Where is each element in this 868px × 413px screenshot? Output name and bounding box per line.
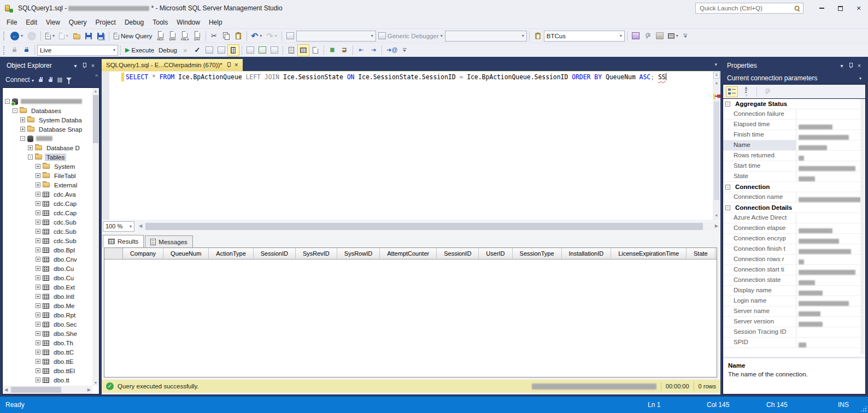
group-expander[interactable]: - [725, 185, 730, 190]
column-header-actiontype[interactable]: ActionType [209, 248, 253, 259]
new-dmx-query-button[interactable]: DMX [167, 30, 179, 42]
tree-item-dbo-tt[interactable]: +dbo.tt [3, 375, 92, 385]
property-row-state[interactable]: State [723, 172, 860, 182]
add-item-button[interactable]: ▾ [57, 30, 71, 42]
new-query-button[interactable]: New Query [112, 30, 155, 42]
property-row-connection-elapse[interactable]: Connection elapse [723, 223, 860, 234]
tree-expander[interactable]: - [5, 99, 10, 104]
tree-expander[interactable]: + [36, 173, 40, 178]
property-row-connection-encryp[interactable]: Connection encryp [723, 234, 860, 244]
results-to-grid-button[interactable] [297, 44, 309, 56]
results-grid[interactable]: CompanyQueueNumActionTypeSessionIDSysRev… [104, 247, 717, 377]
property-row-name[interactable]: Name [723, 140, 860, 151]
tree-expander[interactable]: + [36, 164, 40, 169]
maximize-button[interactable] [831, 0, 849, 16]
tree-item-dbo-cu[interactable]: +dbo.Cu [3, 264, 92, 273]
save-all-button[interactable] [95, 30, 107, 42]
navigate-forward-button[interactable]: → [25, 30, 38, 42]
quick-launch-input[interactable]: Quick Launch (Ctrl+Q) [695, 3, 804, 14]
tree-item-dbo-cu[interactable]: +dbo.Cu [3, 273, 92, 282]
tree-item-cdc-cap[interactable]: +cdc.Cap [3, 208, 92, 217]
tree-expander[interactable]: + [36, 377, 40, 382]
tree-item-database-d[interactable]: +Database D [3, 143, 92, 152]
property-row-server-version[interactable]: Server version [723, 317, 860, 327]
property-group-aggregate-status[interactable]: -Aggregate Status [723, 99, 860, 109]
toolbar-overflow-button[interactable] [682, 34, 689, 38]
property-row-connection-name[interactable]: Connection name [723, 192, 860, 203]
pin-tab-icon[interactable] [226, 62, 231, 68]
increase-indent-button[interactable]: ⇥ [367, 44, 379, 56]
tree-expander[interactable]: + [36, 303, 40, 308]
menu-query[interactable]: Query [64, 17, 91, 28]
property-row-connection-start-ti[interactable]: Connection start ti [723, 265, 860, 275]
stop-icon[interactable] [57, 78, 62, 82]
column-header-company[interactable]: Company [123, 248, 163, 259]
connect-button[interactable] [8, 44, 20, 56]
tree-expander[interactable]: + [36, 340, 40, 345]
new-project-button[interactable]: ▾ [43, 30, 57, 42]
menu-window[interactable]: Window [172, 17, 204, 28]
column-header-expireson[interactable]: ExpiresOn [715, 248, 717, 259]
live-query-stats-button[interactable] [256, 44, 268, 56]
tree-expander[interactable]: - [28, 155, 33, 160]
tools-button[interactable] [642, 30, 654, 42]
menu-debug[interactable]: Debug [120, 17, 148, 28]
menu-project[interactable]: Project [91, 17, 120, 28]
object-explorer-header[interactable]: Object Explorer ▾ × [2, 59, 99, 72]
new-dax-query-button[interactable]: DAX [191, 30, 203, 42]
menu-view[interactable]: View [42, 17, 64, 28]
pin-button[interactable] [846, 61, 855, 70]
properties-object-selector[interactable]: Current connection parameters ▾ [723, 72, 866, 84]
tree-item-dbo-tte[interactable]: +dbo.ttE [3, 357, 92, 366]
toolbar-grip[interactable] [3, 32, 5, 40]
tree-horizontal-scrollbar[interactable]: ◀ ▶ [3, 386, 92, 394]
tree-item-dbo-bpl[interactable]: +dbo.Bpl [3, 245, 92, 255]
navigate-back-button[interactable]: ←▾ [8, 30, 25, 42]
group-expander[interactable]: - [725, 205, 730, 210]
include-actual-plan-button[interactable] [244, 44, 256, 56]
tree-item[interactable]: - [3, 97, 92, 106]
property-row-login-name[interactable]: Login name [723, 296, 860, 306]
tree-expander[interactable]: + [36, 238, 40, 243]
results-to-file-button[interactable] [309, 44, 321, 56]
document-tab-sqlquery1[interactable]: SQLQuery1.sql - E...CO\erpadmin (670))* … [102, 59, 243, 71]
tree-expander[interactable]: + [36, 247, 40, 252]
template-parameters-button[interactable]: ➔@ [384, 44, 400, 56]
intellisense-enabled-button[interactable] [227, 44, 239, 56]
paste-button[interactable] [232, 30, 244, 42]
tab-results[interactable]: Results [103, 235, 144, 247]
column-header-userid[interactable]: UserID [479, 248, 512, 259]
connect-dropdown[interactable]: Connect ▾ [5, 76, 34, 84]
menu-file[interactable]: File [2, 17, 21, 28]
open-file-button[interactable] [71, 30, 83, 42]
tree-vertical-scrollbar[interactable]: ▲ ▼ [92, 88, 99, 386]
property-row-finish-time[interactable]: Finish time [723, 130, 860, 140]
tree-item[interactable]: - [3, 134, 92, 143]
debug-button[interactable]: Debug [156, 44, 179, 56]
tree-expander[interactable]: + [20, 117, 25, 122]
tree-item-cdc-ava[interactable]: +cdc.Ava [3, 190, 92, 199]
tree-item-cdc-sub[interactable]: +cdc.Sub [3, 227, 92, 236]
column-header-installationid[interactable]: InstallationID [562, 248, 612, 259]
tree-item-cdc-sub[interactable]: +cdc.Sub [3, 217, 92, 227]
execute-button[interactable]: ▶Execute [123, 44, 156, 56]
tree-expander[interactable]: - [13, 108, 17, 113]
column-header-licenseexpirationtime[interactable]: LicenseExpirationTime [611, 248, 687, 259]
property-row-spid[interactable]: SPID [723, 338, 860, 348]
debug-target-combo[interactable]: ▾ [445, 31, 527, 42]
menu-edit[interactable]: Edit [21, 17, 42, 28]
column-header-sysrowid[interactable]: SysRowID [337, 248, 380, 259]
database-search-combo[interactable]: BTCus▾ [544, 31, 625, 42]
toolbar-grip[interactable] [3, 46, 5, 55]
panel-menu-button[interactable]: ▾ [837, 61, 846, 70]
tree-expander[interactable]: + [20, 127, 25, 132]
property-pages-button[interactable] [761, 86, 773, 97]
redo-button[interactable]: ↷▾ [264, 30, 279, 42]
editor-horizontal-scrollbar[interactable]: ◀ ▶ [138, 222, 719, 231]
copy-button[interactable] [220, 30, 232, 42]
decrease-indent-button[interactable]: ⇤ [355, 44, 367, 56]
tree-expander[interactable]: + [36, 275, 40, 280]
tree-expander[interactable]: + [28, 145, 33, 150]
activity-monitor-button[interactable] [284, 30, 296, 42]
tree-item-databases[interactable]: -Databases [3, 106, 92, 115]
